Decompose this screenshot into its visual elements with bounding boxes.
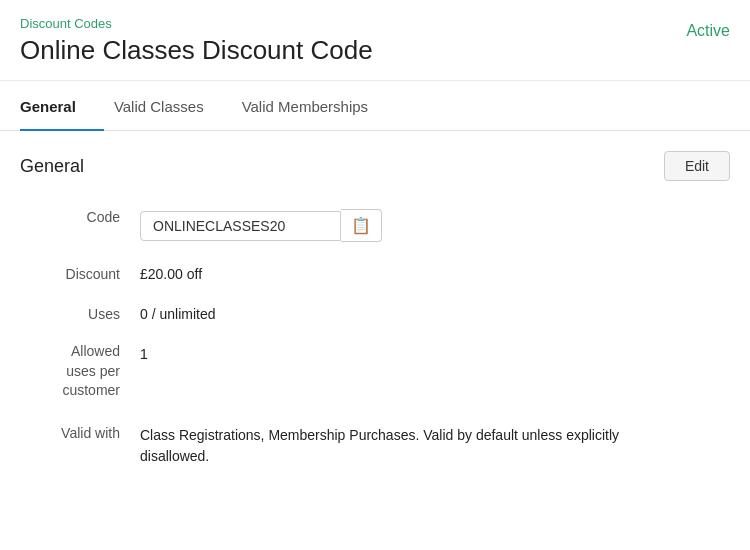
uses-label: Uses	[20, 300, 140, 322]
code-value: 📋	[140, 203, 730, 242]
allowed-uses-value: 1	[140, 340, 730, 362]
discount-row: Discount £20.00 off	[20, 260, 730, 282]
valid-with-row: Valid with Class Registrations, Membersh…	[20, 419, 730, 468]
tab-valid-classes[interactable]: Valid Classes	[114, 82, 232, 131]
uses-value: 0 / unlimited	[140, 300, 730, 322]
discount-label: Discount	[20, 260, 140, 282]
edit-button[interactable]: Edit	[664, 151, 730, 181]
status-badge: Active	[686, 22, 730, 40]
discount-value: £20.00 off	[140, 260, 730, 282]
section-header: General Edit	[20, 151, 730, 181]
breadcrumb[interactable]: Discount Codes	[20, 16, 730, 31]
valid-with-label: Valid with	[20, 419, 140, 441]
code-container: 📋	[140, 209, 730, 242]
valid-with-value: Class Registrations, Membership Purchase…	[140, 419, 680, 468]
page-header: Discount Codes Online Classes Discount C…	[0, 0, 750, 81]
copy-code-button[interactable]: 📋	[341, 209, 382, 242]
uses-row: Uses 0 / unlimited	[20, 300, 730, 322]
code-row: Code 📋	[20, 203, 730, 242]
tab-valid-memberships[interactable]: Valid Memberships	[242, 82, 396, 131]
code-input[interactable]	[140, 211, 341, 241]
clipboard-icon: 📋	[351, 216, 371, 235]
general-section: General Edit Code 📋 Discount £20.00 off …	[0, 131, 750, 506]
tab-general[interactable]: General	[20, 82, 104, 131]
tab-bar: General Valid Classes Valid Memberships	[0, 81, 750, 131]
allowed-uses-label: Alloweduses percustomer	[20, 340, 140, 401]
page-title: Online Classes Discount Code	[20, 35, 730, 66]
section-title: General	[20, 156, 84, 177]
allowed-uses-row: Alloweduses percustomer 1	[20, 340, 730, 401]
code-label: Code	[20, 203, 140, 225]
